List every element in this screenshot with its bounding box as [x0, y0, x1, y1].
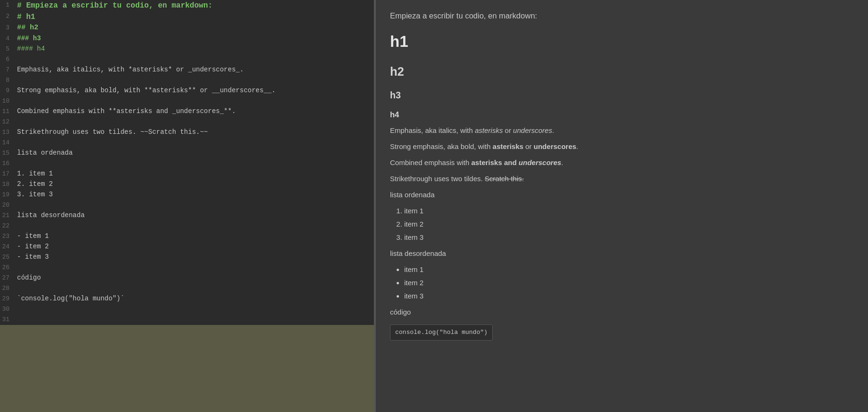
line-content-13: Strikethrough uses two tildes. ~~Scratch…: [14, 127, 374, 137]
preview-unordered-list: item 1 item 2 item 3: [404, 264, 854, 302]
line-number-19: 19: [0, 190, 14, 200]
line-content-23: - item 1: [14, 231, 374, 241]
editor-line-30: 30: [0, 304, 374, 315]
line-content-17: 1. item 1: [14, 169, 374, 179]
line-content-10: [14, 96, 374, 106]
line-number-2: 2: [0, 11, 14, 21]
line-content-28: [14, 283, 374, 293]
line-number-14: 14: [0, 138, 14, 148]
list-item: item 3: [404, 232, 854, 243]
editor-bottom-area: [0, 325, 374, 412]
line-content-1: # Empieza a escribir tu codio, en markdo…: [14, 0, 374, 11]
editor-line-28: 28: [0, 283, 374, 294]
line-number-17: 17: [0, 169, 14, 179]
editor-line-9: 9 Strong emphasis, aka bold, with **aste…: [0, 86, 374, 96]
line-content-22: [14, 221, 374, 231]
editor-line-6: 6: [0, 54, 374, 65]
preview-code-block: console.log("hola mundo"): [390, 324, 493, 341]
editor-lines: 1 # Empieza a escribir tu codio, en mark…: [0, 0, 374, 325]
line-number-23: 23: [0, 231, 14, 241]
editor-line-8: 8: [0, 75, 374, 86]
line-content-7: Emphasis, aka italics, with *asterisks* …: [14, 65, 374, 75]
line-number-12: 12: [0, 117, 14, 127]
line-number-18: 18: [0, 179, 14, 189]
editor-line-11: 11 Combined emphasis with **asterisks an…: [0, 106, 374, 117]
line-content-8: [14, 75, 374, 85]
line-content-18: 2. item 2: [14, 179, 374, 189]
editor-line-16: 16: [0, 158, 374, 169]
line-number-28: 28: [0, 283, 14, 293]
line-content-12: [14, 117, 374, 127]
preview-combined: Combined emphasis with asterisks and und…: [390, 157, 854, 168]
line-number-8: 8: [0, 75, 14, 85]
preview-ordered-list: item 1 item 2 item 3: [404, 205, 854, 243]
line-content-14: [14, 138, 374, 148]
line-number-13: 13: [0, 127, 14, 137]
line-content-5: #### h4: [14, 44, 374, 54]
line-content-11: Combined emphasis with **asterisks and _…: [14, 106, 374, 116]
line-number-10: 10: [0, 96, 14, 106]
line-number-30: 30: [0, 304, 14, 314]
line-number-24: 24: [0, 242, 14, 252]
editor-line-29: 29 `console.log("hola mundo")`: [0, 294, 374, 304]
line-number-1: 1: [0, 0, 14, 10]
editor-line-18: 18 2. item 2: [0, 179, 374, 190]
editor-line-15: 15 lista ordenada: [0, 148, 374, 158]
editor-line-22: 22: [0, 221, 374, 231]
editor-line-19: 19 3. item 3: [0, 190, 374, 200]
line-number-9: 9: [0, 86, 14, 96]
editor-line-4: 4 ### h3: [0, 34, 374, 44]
list-item: item 1: [404, 264, 854, 275]
line-content-4: ### h3: [14, 34, 374, 44]
editor-line-5: 5 #### h4: [0, 44, 374, 54]
line-content-31: [14, 315, 374, 324]
editor-panel[interactable]: 1 # Empieza a escribir tu codio, en mark…: [0, 0, 374, 412]
line-content-16: [14, 158, 374, 168]
editor-line-27: 27 código: [0, 273, 374, 283]
line-content-25: - item 3: [14, 252, 374, 262]
line-number-29: 29: [0, 294, 14, 304]
preview-h1: h1: [390, 29, 854, 54]
line-content-26: [14, 263, 374, 272]
line-content-27: código: [14, 273, 374, 283]
editor-line-7: 7 Emphasis, aka italics, with *asterisks…: [0, 65, 374, 75]
line-content-21: lista desordenada: [14, 210, 374, 220]
editor-line-10: 10: [0, 96, 374, 106]
line-number-21: 21: [0, 210, 14, 220]
preview-unordered-label: lista desordenada: [390, 248, 854, 259]
editor-line-2: 2 # h1: [0, 11, 374, 23]
line-content-2: # h1: [14, 11, 374, 23]
preview-emphasis: Emphasis, aka italics, with asterisks or…: [390, 125, 854, 136]
line-number-6: 6: [0, 54, 14, 64]
line-number-27: 27: [0, 273, 14, 283]
list-item: item 3: [404, 290, 854, 302]
preview-subtitle: Empieza a escribir tu codio, en markdown…: [390, 9, 854, 22]
preview-strikethrough: Strikethrough uses two tildes. Scratch t…: [390, 173, 854, 184]
line-number-26: 26: [0, 263, 14, 272]
line-content-15: lista ordenada: [14, 148, 374, 158]
line-content-9: Strong emphasis, aka bold, with **asteri…: [14, 86, 374, 96]
list-item: item 2: [404, 219, 854, 230]
preview-ordered-label: lista ordenada: [390, 189, 854, 201]
line-content-19: 3. item 3: [14, 190, 374, 200]
editor-line-23: 23 - item 1: [0, 231, 374, 242]
editor-line-26: 26: [0, 263, 374, 273]
preview-code-label: código: [390, 307, 854, 318]
line-number-31: 31: [0, 315, 14, 324]
line-number-11: 11: [0, 106, 14, 116]
preview-panel: Empieza a escribir tu codio, en markdown…: [376, 0, 868, 412]
preview-h3: h3: [390, 88, 854, 103]
editor-line-13: 13 Strikethrough uses two tildes. ~~Scra…: [0, 127, 374, 138]
editor-line-20: 20: [0, 200, 374, 210]
preview-h2: h2: [390, 62, 854, 81]
line-content-29: `console.log("hola mundo")`: [14, 294, 374, 304]
line-number-16: 16: [0, 158, 14, 168]
line-content-6: [14, 54, 374, 64]
editor-line-12: 12: [0, 117, 374, 127]
editor-line-17: 17 1. item 1: [0, 169, 374, 179]
editor-line-31: 31: [0, 315, 374, 325]
editor-line-25: 25 - item 3: [0, 252, 374, 263]
line-number-25: 25: [0, 252, 14, 262]
line-number-4: 4: [0, 34, 14, 44]
list-item: item 2: [404, 277, 854, 289]
